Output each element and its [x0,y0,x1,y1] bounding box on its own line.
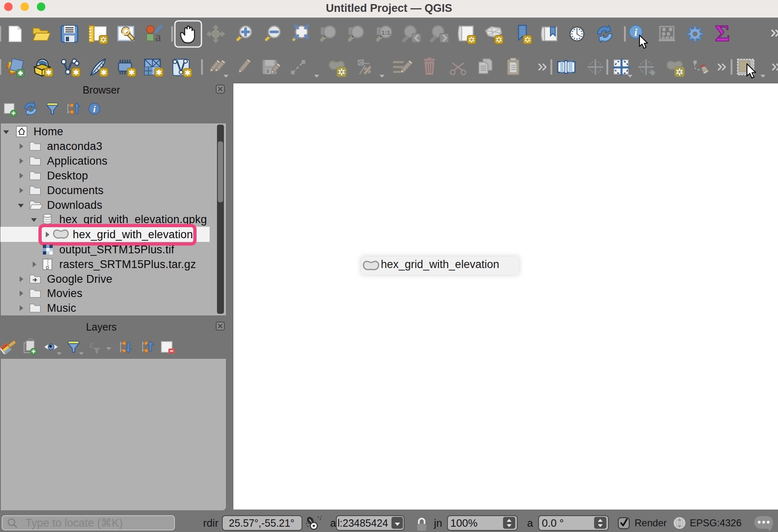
svg-text:a: a [155,29,161,44]
svg-text:1:1: 1:1 [381,29,390,36]
svg-text:i: i [93,104,96,114]
svg-text:Σ: Σ [715,21,730,46]
svg-text:i: i [634,27,637,38]
svg-text:ε: ε [89,338,94,350]
